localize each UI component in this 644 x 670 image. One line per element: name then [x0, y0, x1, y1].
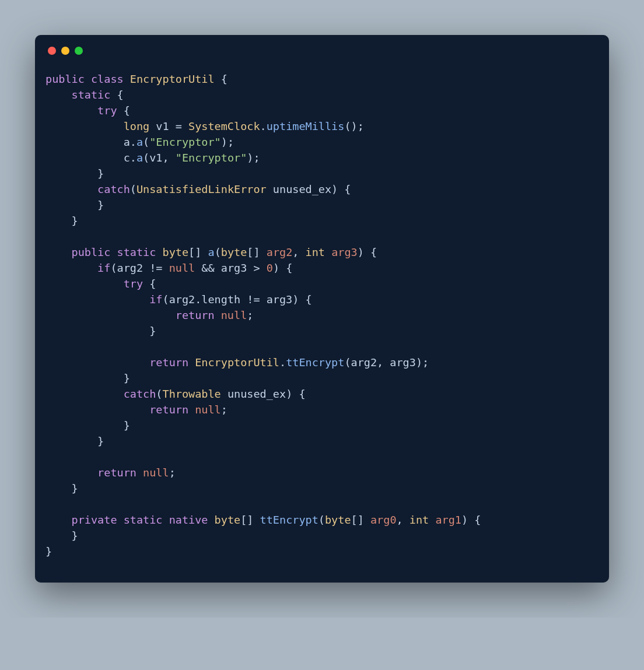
- code-token: (arg2.length != arg3) {: [163, 293, 312, 306]
- code-token: byte: [325, 514, 351, 526]
- code-token: {: [143, 278, 156, 290]
- code-token: (: [143, 136, 149, 148]
- code-token: []: [240, 514, 260, 526]
- code-token: ) {: [273, 262, 292, 274]
- code-token: (: [156, 388, 162, 400]
- code-token: ;: [221, 404, 228, 416]
- close-icon[interactable]: [48, 47, 56, 55]
- code-token: "Encryptor": [149, 136, 221, 148]
- code-token: [46, 356, 149, 369]
- code-token: ,: [292, 246, 305, 258]
- code-token: [46, 309, 176, 321]
- code-token: [429, 514, 435, 526]
- code-token: [215, 309, 221, 321]
- code-token: class: [91, 73, 124, 85]
- code-token: static: [72, 89, 111, 101]
- code-token: [85, 73, 91, 85]
- code-token: EncryptorUtil: [195, 356, 279, 369]
- code-token: catch: [97, 183, 130, 195]
- code-token: arg2: [267, 246, 293, 258]
- code-token: Throwable: [163, 388, 221, 400]
- code-token: try: [124, 278, 143, 290]
- code-token: [46, 514, 72, 526]
- code-token: if: [149, 293, 162, 306]
- code-token: ) {: [461, 514, 481, 526]
- code-token: (: [215, 246, 221, 258]
- minimize-icon[interactable]: [61, 47, 69, 55]
- code-token: [46, 89, 72, 101]
- window-titlebar: [35, 35, 609, 55]
- code-token: [46, 246, 72, 258]
- code-token: null: [169, 262, 195, 274]
- code-token: uptimeMillis: [267, 120, 345, 132]
- code-block: public class EncryptorUtil { static { tr…: [35, 55, 609, 559]
- code-token: }: [46, 215, 78, 227]
- code-token: "Encryptor": [176, 152, 247, 164]
- code-token: EncryptorUtil: [130, 73, 215, 85]
- code-token: (: [130, 183, 136, 195]
- code-token: && arg3 >: [195, 262, 267, 274]
- code-token: []: [247, 246, 266, 258]
- code-token: a: [208, 246, 214, 258]
- code-token: (arg2, arg3);: [344, 356, 429, 369]
- code-token: return: [149, 356, 188, 369]
- code-token: [208, 514, 214, 526]
- code-token: int: [410, 514, 429, 526]
- maximize-icon[interactable]: [75, 47, 83, 55]
- code-token: if: [97, 262, 110, 274]
- code-token: byte: [221, 246, 247, 258]
- code-token: }: [46, 372, 130, 384]
- code-token: }: [46, 545, 52, 557]
- code-token: (arg2 !=: [110, 262, 169, 274]
- code-token: {: [117, 104, 130, 117]
- code-token: []: [188, 246, 208, 258]
- code-token: [163, 514, 169, 526]
- code-token: [136, 466, 143, 479]
- code-token: }: [46, 435, 104, 447]
- code-token: [46, 388, 124, 400]
- code-token: ,: [397, 514, 410, 526]
- code-token: native: [169, 514, 208, 526]
- code-token: [188, 356, 195, 369]
- code-token: a.: [46, 136, 136, 148]
- code-token: }: [46, 167, 104, 180]
- code-token: arg3: [331, 246, 358, 258]
- code-token: arg1: [435, 514, 461, 526]
- code-token: ttEncrypt: [260, 514, 318, 526]
- code-token: [325, 246, 331, 258]
- code-token: arg0: [370, 514, 397, 526]
- code-token: .: [279, 356, 286, 369]
- code-token: [46, 120, 124, 132]
- code-token: (: [318, 514, 325, 526]
- code-token: }: [46, 482, 78, 494]
- code-token: );: [221, 136, 234, 148]
- code-window: public class EncryptorUtil { static { tr…: [35, 35, 609, 583]
- code-token: [124, 73, 130, 85]
- code-token: ();: [344, 120, 363, 132]
- code-token: null: [143, 466, 169, 479]
- code-token: ttEncrypt: [286, 356, 344, 369]
- code-token: [156, 246, 162, 258]
- code-token: SystemClock: [188, 120, 260, 132]
- code-token: [46, 183, 97, 195]
- code-token: }: [46, 199, 104, 211]
- code-token: [46, 293, 149, 306]
- code-token: long: [124, 120, 150, 132]
- code-token: UnsatisfiedLinkError: [136, 183, 267, 195]
- code-token: a: [136, 136, 143, 148]
- code-token: ;: [169, 466, 176, 479]
- code-token: [46, 278, 124, 290]
- code-token: []: [351, 514, 370, 526]
- code-token: byte: [163, 246, 189, 258]
- code-token: private: [72, 514, 117, 526]
- code-token: null: [195, 404, 221, 416]
- code-token: [110, 246, 117, 258]
- code-token: [117, 514, 124, 526]
- code-token: catch: [124, 388, 156, 400]
- code-token: ) {: [358, 246, 377, 258]
- code-token: public: [46, 73, 85, 85]
- code-token: public: [72, 246, 111, 258]
- code-token: );: [247, 152, 260, 164]
- code-token: return: [97, 466, 136, 479]
- code-token: {: [110, 89, 123, 101]
